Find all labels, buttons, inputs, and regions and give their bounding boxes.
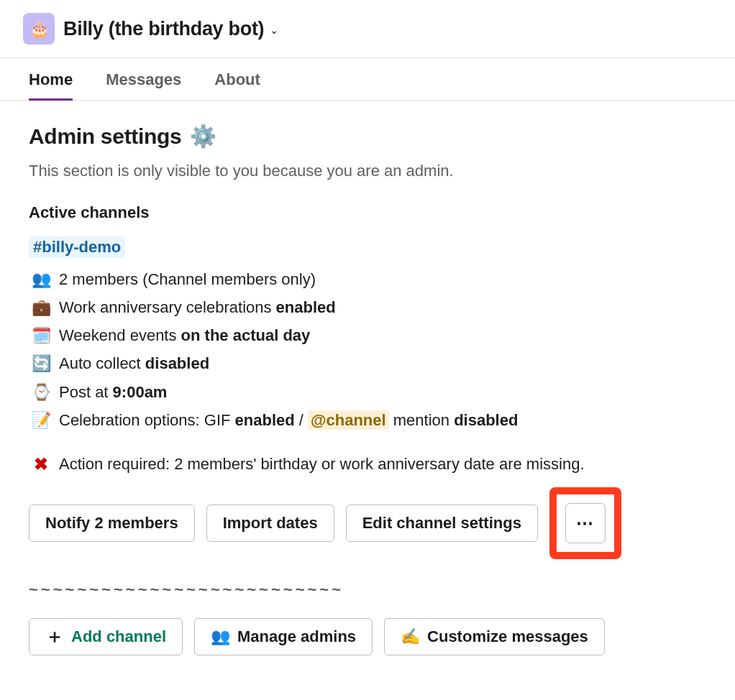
calendar-icon: 🗓️ [29,321,53,349]
celeb-sep: / [295,411,308,429]
import-dates-button[interactable]: Import dates [206,505,334,542]
customize-messages-label: Customize messages [427,627,588,646]
celebration-line: 📝 Celebration options: GIF enabled / @ch… [29,406,706,434]
refresh-icon: 🔄 [29,349,53,377]
writing-icon: ✍️ [401,627,420,646]
celeb-mention-status: disabled [454,411,518,429]
tab-about[interactable]: About [214,58,260,100]
highlight-box: ⋯ [549,487,621,559]
admin-subtitle: This section is only visible to you beca… [29,162,706,180]
anniv-prefix: Work anniversary celebrations [59,298,276,316]
members-line: 👥 2 members (Channel members only) [29,265,706,293]
briefcase-icon: 💼 [29,293,53,321]
channel-actions-row: Notify 2 members Import dates Edit chann… [29,487,706,559]
app-header: 🎂 Billy (the birthday bot) ⌄ [0,0,735,58]
post-prefix: Post at [59,383,113,401]
celeb-gif-status: enabled [235,411,295,429]
autocollect-line: 🔄 Auto collect disabled [29,349,706,377]
celeb-prefix: Celebration options: GIF [59,411,235,429]
admin-settings-title: Admin settings ⚙️ [29,124,706,149]
notify-members-button[interactable]: Notify 2 members [29,505,195,542]
global-actions-row: ＋ Add channel 👥 Manage admins ✍️ Customi… [29,618,706,655]
more-options-button[interactable]: ⋯ [565,503,606,543]
chevron-down-icon: ⌄ [270,24,279,37]
divider: ~~~~~~~~~~~~~~~~~~~~~~~~~~ [29,581,706,599]
weekend-prefix: Weekend events [59,326,181,344]
app-icon: 🎂 [23,13,55,45]
postat-line: ⌚ Post at 9:00am [29,378,706,406]
add-channel-button[interactable]: ＋ Add channel [29,618,183,655]
tab-messages[interactable]: Messages [106,58,181,100]
pencil-icon: 📝 [29,406,53,434]
tab-home[interactable]: Home [29,58,73,100]
action-required-line: ✖ Action required: 2 members' birthday o… [29,454,706,474]
post-time: 9:00am [113,383,168,401]
app-title-container[interactable]: Billy (the birthday bot) ⌄ [63,18,279,40]
customize-messages-button[interactable]: ✍️ Customize messages [384,618,605,655]
anniversary-line: 💼 Work anniversary celebrations enabled [29,293,706,321]
x-icon: ✖ [29,454,53,474]
add-channel-label: Add channel [71,627,166,646]
tabs: Home Messages About [0,58,735,101]
channel-link[interactable]: #billy-demo [29,236,125,258]
action-required-text: Action required: 2 members' birthday or … [59,455,585,474]
admins-icon: 👥 [211,627,230,646]
anniv-status: enabled [276,298,336,316]
manage-admins-button[interactable]: 👥 Manage admins [194,618,373,655]
watch-icon: ⌚ [29,378,53,406]
admin-settings-title-text: Admin settings [29,124,181,149]
at-channel-tag: @channel [308,410,389,430]
celeb-mention: mention [389,411,455,429]
gear-icon: ⚙️ [190,124,216,149]
auto-prefix: Auto collect [59,354,145,372]
members-prefix: 2 members [59,270,142,288]
members-suffix: (Channel members only) [142,270,316,288]
app-title: Billy (the birthday bot) [63,18,264,40]
weekend-line: 🗓️ Weekend events on the actual day [29,321,706,349]
manage-admins-label: Manage admins [237,627,356,646]
auto-status: disabled [145,354,209,372]
weekend-status: on the actual day [181,326,311,344]
edit-channel-settings-button[interactable]: Edit channel settings [346,505,538,542]
content: Admin settings ⚙️ This section is only v… [0,101,735,678]
members-icon: 👥 [29,265,53,293]
active-channels-label: Active channels [29,203,706,222]
